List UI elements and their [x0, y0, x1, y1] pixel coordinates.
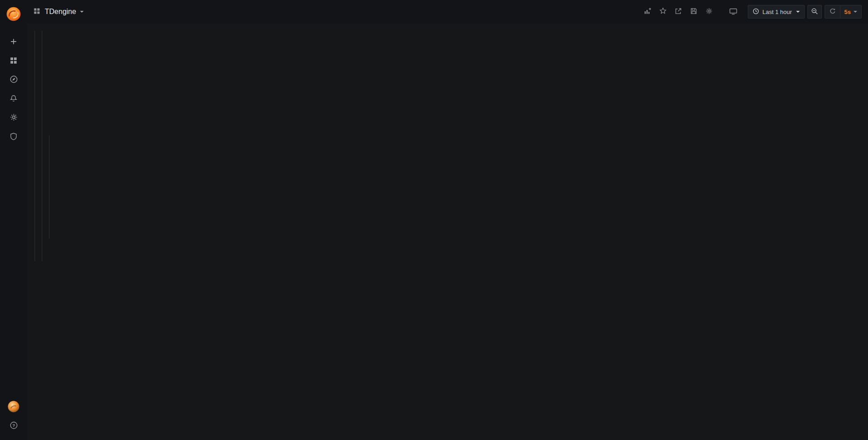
panel-title-text: avg_disk_used: [42, 242, 42, 248]
refresh-interval-picker[interactable]: 5s: [840, 5, 861, 18]
add-panel-icon: [644, 7, 651, 16]
cpu-system-legend: cpu_system11 cpu_taosd: [35, 251, 35, 261]
sidebar-item-explore[interactable]: [0, 70, 27, 89]
stat-value: 118: [42, 59, 42, 85]
gear-icon: [9, 113, 18, 123]
tv-icon: [729, 7, 737, 17]
sidebar-item-server-admin[interactable]: [0, 127, 27, 146]
sidebar-item-dashboards[interactable]: [0, 51, 27, 70]
dashboards-icon: [9, 56, 18, 66]
refresh-button[interactable]: [825, 5, 840, 18]
chevron-down-icon[interactable]: [80, 11, 84, 13]
time-range-label: Last 1 hour: [762, 9, 792, 15]
sidebar-item-alerting[interactable]: [0, 89, 27, 108]
dashboard: i req select 1853 次数/min i req insert: [27, 23, 42, 38]
plus-icon: [9, 37, 18, 47]
panel-taosd-memory: i taosd memory 02048409633 MB: [34, 136, 35, 239]
svg-text:?: ?: [12, 423, 15, 428]
chevron-down-icon: [796, 11, 800, 13]
panel-req-select: i req select 1853 次数/min: [34, 31, 35, 136]
add-panel-button[interactable]: [641, 5, 654, 18]
grafana-logo[interactable]: [5, 5, 22, 23]
avatar: [7, 400, 20, 414]
sidebar-item-configuration[interactable]: [0, 108, 27, 127]
refresh-icon: [829, 8, 836, 16]
avg-disk-used-legend: 10.0.2.15: [42, 251, 42, 261]
help-icon: ?: [9, 421, 18, 431]
panel-cpu-system: i cpu_system 0%10%20%30%40%50%60%70%80%0…: [34, 239, 35, 261]
sidebar-item-create[interactable]: [0, 33, 27, 51]
gear-icon: [705, 7, 713, 16]
share-icon: [675, 7, 682, 16]
zoom-out-icon: [811, 8, 818, 16]
user-avatar[interactable]: [0, 398, 27, 417]
panel-avg-disk-used: i avg_disk_used 10.7660 GB10.7661 GB10.7…: [42, 239, 42, 261]
sidebar: ?: [0, 0, 27, 440]
bell-icon: [9, 94, 18, 104]
time-range-picker[interactable]: Last 1 hour: [748, 5, 804, 19]
share-button[interactable]: [672, 5, 684, 18]
panel-req-insert: i req insert 118 次数/min: [42, 31, 42, 136]
star-button[interactable]: [656, 5, 669, 18]
panel-band-speed: i band speed 049166554819241 kbps: [49, 136, 50, 239]
dashboard-grid-icon: [33, 8, 40, 16]
shield-icon: [9, 132, 18, 142]
clock-icon: [753, 8, 759, 16]
chevron-down-icon: [854, 11, 857, 13]
zoom-out-button[interactable]: [807, 5, 822, 19]
save-icon: [690, 7, 698, 16]
refresh-button-group: 5s: [825, 5, 862, 19]
dashboard-settings-button[interactable]: [703, 5, 715, 18]
dashboard-title[interactable]: TDengine: [45, 8, 76, 16]
star-icon: [659, 7, 667, 16]
cycle-view-button[interactable]: [727, 5, 740, 18]
save-button[interactable]: [687, 5, 700, 18]
panel-system-memory: i system memory 043.850 GB: [42, 136, 42, 239]
refresh-interval-label: 5s: [844, 9, 851, 15]
sidebar-item-help[interactable]: ?: [0, 417, 27, 435]
navbar: TDengine: [27, 0, 868, 23]
compass-icon: [9, 75, 18, 85]
stat-value: 1853: [34, 59, 35, 85]
